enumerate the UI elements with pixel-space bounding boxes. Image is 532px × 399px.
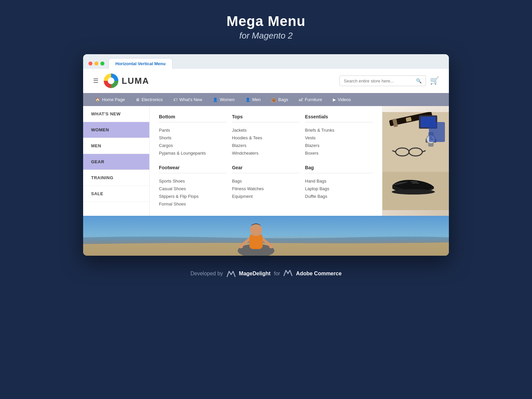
footer-text: Developed by MageDelight for Adobe Comme… bbox=[191, 269, 342, 278]
menu-section-essentials: Essentials Briefs & Trunks Vests Blazers… bbox=[305, 114, 373, 157]
nav-item-whatsnew[interactable]: 🏷 What's New bbox=[168, 93, 207, 106]
mage-logo bbox=[226, 270, 236, 277]
for-text: for bbox=[274, 271, 280, 277]
menu-section-title-essentials: Essentials bbox=[305, 114, 373, 122]
main-content: WHAT'S NEW WOMEN MEN GEAR TRAINING SALE … bbox=[83, 106, 449, 216]
menu-link-pants[interactable]: Pants bbox=[159, 126, 227, 134]
menu-section-title-tops: Tops bbox=[232, 114, 300, 122]
header-left: ☰ LUMA bbox=[93, 73, 149, 88]
electronics-icon: 🖥 bbox=[136, 97, 140, 102]
nav-item-homepage[interactable]: 🏠 Home Page bbox=[90, 93, 130, 106]
home-icon: 🏠 bbox=[95, 97, 100, 102]
cart-icon[interactable]: 🛒 bbox=[430, 76, 439, 85]
sidebar: WHAT'S NEW WOMEN MEN GEAR TRAINING SALE bbox=[83, 106, 150, 216]
menu-link-briefs[interactable]: Briefs & Trunks bbox=[305, 126, 373, 134]
menu-section-tops: Tops Jackets Hoodies & Tees Blazers Wind… bbox=[232, 114, 300, 157]
svg-rect-13 bbox=[429, 122, 445, 142]
svg-point-27 bbox=[269, 244, 273, 248]
browser-window: Horizontal Vertical Menu ☰ LUMA 🔍 🛒 🏠 Ho… bbox=[83, 54, 449, 256]
mage-brand-text: MageDelight bbox=[239, 271, 271, 277]
menu-section-bottom: Bottom Pants Shorts Cargos Pyjamas & Lou… bbox=[159, 114, 227, 157]
sidebar-item-men[interactable]: MEN bbox=[83, 138, 149, 154]
menu-link-cargos[interactable]: Cargos bbox=[159, 142, 227, 149]
furniture-icon: 🛋 bbox=[299, 97, 303, 102]
traffic-light-green[interactable] bbox=[100, 62, 104, 66]
browser-tab[interactable]: Horizontal Vertical Menu bbox=[108, 58, 173, 69]
developed-by-text: Developed by bbox=[191, 271, 223, 277]
menu-link-vests[interactable]: Vests bbox=[305, 134, 373, 142]
sidebar-item-whatsnew[interactable]: WHAT'S NEW bbox=[83, 106, 149, 122]
menu-section-title-footwear: Footwear bbox=[159, 165, 227, 173]
search-input[interactable] bbox=[344, 78, 413, 83]
menu-section-title-gear: Gear bbox=[232, 165, 300, 173]
header-right: 🔍 🛒 bbox=[339, 75, 439, 86]
menu-link-equipment[interactable]: Equipment bbox=[232, 193, 300, 200]
page-title: Mega Menu bbox=[226, 13, 306, 29]
menu-link-hoodies[interactable]: Hoodies & Tees bbox=[232, 134, 300, 142]
traffic-lights bbox=[88, 62, 104, 69]
svg-point-19 bbox=[392, 189, 435, 195]
menu-link-slippers[interactable]: Slippers & Flip Flops bbox=[159, 193, 227, 200]
menu-link-casual-shoes[interactable]: Casual Shoes bbox=[159, 185, 227, 193]
traffic-light-yellow[interactable] bbox=[94, 62, 98, 66]
accessories-image bbox=[382, 106, 449, 216]
menu-section-title-bag: Bag bbox=[305, 165, 373, 173]
sidebar-item-training[interactable]: TRAINING bbox=[83, 170, 149, 186]
menu-link-windcheaters[interactable]: Windcheaters bbox=[232, 149, 300, 157]
page-subtitle: for Magento 2 bbox=[226, 31, 306, 41]
nav-item-men[interactable]: 👤 Men bbox=[240, 93, 266, 106]
menu-link-jackets[interactable]: Jackets bbox=[232, 126, 300, 134]
menu-link-bags[interactable]: Bags bbox=[232, 177, 300, 185]
menu-link-pyjamas[interactable]: Pyjamas & Loungepants bbox=[159, 149, 227, 157]
menu-link-sports-shoes[interactable]: Sports Shoes bbox=[159, 177, 227, 185]
menu-link-shorts[interactable]: Shorts bbox=[159, 134, 227, 142]
women-user-icon: 👤 bbox=[213, 97, 218, 102]
mega-menu-panel: Bottom Pants Shorts Cargos Pyjamas & Lou… bbox=[150, 106, 382, 216]
search-icon[interactable]: 🔍 bbox=[416, 78, 422, 83]
logo-icon bbox=[104, 73, 118, 88]
menu-link-boxers[interactable]: Boxers bbox=[305, 149, 373, 157]
logo-area: LUMA bbox=[104, 73, 149, 88]
bags-icon: 👜 bbox=[271, 97, 276, 102]
svg-point-25 bbox=[250, 224, 262, 236]
svg-point-26 bbox=[239, 244, 243, 248]
menu-link-laptop-bags[interactable]: Laptop Bags bbox=[305, 185, 373, 193]
nav-item-electronics[interactable]: 🖥 Electronics bbox=[130, 93, 168, 106]
sidebar-item-women[interactable]: WOMEN bbox=[83, 122, 149, 138]
menu-link-fitness-watches[interactable]: Fitness Watches bbox=[232, 185, 300, 193]
menu-section-bag: Bag Hand Bags Laptop Bags Duffle Bags bbox=[305, 165, 373, 208]
nav-item-bags[interactable]: 👜 Bags bbox=[266, 93, 294, 106]
browser-chrome: Horizontal Vertical Menu bbox=[83, 54, 449, 69]
footer-area: Developed by MageDelight for Adobe Comme… bbox=[191, 269, 342, 278]
tag-icon: 🏷 bbox=[173, 97, 177, 102]
videos-icon: ▶ bbox=[333, 97, 336, 102]
menu-section-gear: Gear Bags Fitness Watches Equipment bbox=[232, 165, 300, 208]
hamburger-icon[interactable]: ☰ bbox=[93, 77, 98, 84]
traffic-light-red[interactable] bbox=[88, 62, 92, 66]
svg-rect-24 bbox=[249, 234, 263, 249]
sidebar-item-sale[interactable]: SALE bbox=[83, 186, 149, 202]
men-user-icon: 👤 bbox=[245, 97, 250, 102]
menu-section-footwear: Footwear Sports Shoes Casual Shoes Slipp… bbox=[159, 165, 227, 208]
store-header: ☰ LUMA 🔍 🛒 bbox=[83, 69, 449, 93]
adobe-brand-text: Adobe Commerce bbox=[296, 271, 341, 277]
search-bar[interactable]: 🔍 bbox=[339, 75, 426, 86]
menu-section-title-bottom: Bottom bbox=[159, 114, 227, 122]
nav-item-furniture[interactable]: 🛋 Furniture bbox=[294, 93, 328, 106]
menu-link-duffle-bags[interactable]: Duffle Bags bbox=[305, 193, 373, 200]
menu-link-blazers-ess[interactable]: Blazers bbox=[305, 142, 373, 149]
logo-text: LUMA bbox=[122, 76, 149, 86]
sidebar-item-gear[interactable]: GEAR bbox=[83, 154, 149, 170]
nav-bar: 🏠 Home Page 🖥 Electronics 🏷 What's New 👤… bbox=[83, 93, 449, 106]
menu-link-formal-shoes[interactable]: Formal Shoes bbox=[159, 200, 227, 208]
menu-link-hand-bags[interactable]: Hand Bags bbox=[305, 177, 373, 185]
page-header: Mega Menu for Magento 2 bbox=[226, 13, 306, 41]
nav-item-videos[interactable]: ▶ Videos bbox=[328, 93, 356, 106]
menu-link-blazers-tops[interactable]: Blazers bbox=[232, 142, 300, 149]
nav-item-women[interactable]: 👤 Women bbox=[207, 93, 240, 106]
image-panel bbox=[382, 106, 449, 216]
adobe-logo bbox=[283, 269, 293, 278]
hero-area bbox=[83, 216, 449, 256]
